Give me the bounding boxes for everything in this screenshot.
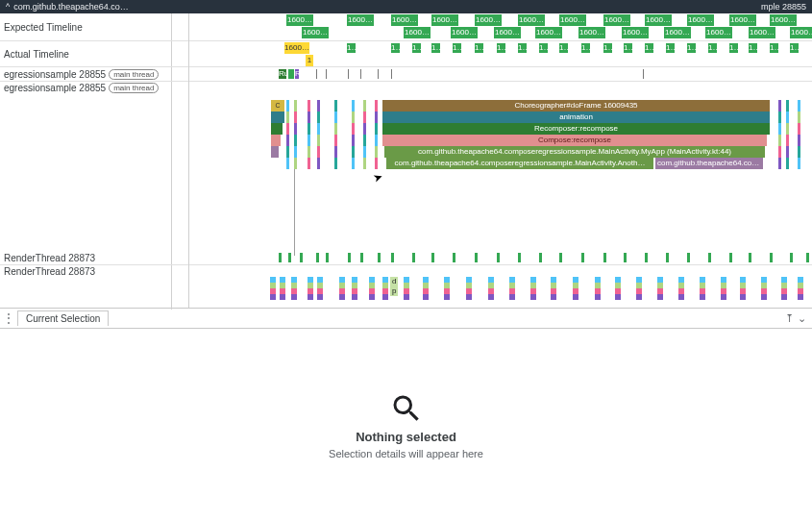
slice-small[interactable]: [352, 158, 355, 169]
renderthread-slice[interactable]: [317, 277, 323, 300]
track-content[interactable]: 1600…1600…1600…1600…1600…1600…1600…1600……: [172, 13, 812, 40]
slice-mainactivity-myapp[interactable]: com.github.theapache64.composeregression…: [384, 146, 765, 158]
actual-frame[interactable]: 1…: [770, 43, 778, 53]
slice-small[interactable]: [375, 100, 378, 112]
slice-small[interactable]: [352, 123, 355, 135]
slice-small[interactable]: [798, 112, 800, 123]
thread-state-slice[interactable]: [391, 69, 392, 79]
thread-state-slice[interactable]: R: [295, 69, 299, 79]
slice-small[interactable]: [308, 146, 310, 158]
slice-small[interactable]: [286, 135, 289, 146]
actual-frame[interactable]: 1…: [431, 43, 440, 53]
thread-state-slice[interactable]: [643, 69, 644, 79]
track-actual-timeline[interactable]: Actual Timeline 1600…11…1…1…1…1…1…1…1…1……: [0, 41, 812, 67]
slice-small[interactable]: [778, 146, 781, 158]
actual-frame[interactable]: 1…: [581, 43, 590, 53]
expected-vsync[interactable]: 1600…: [494, 27, 521, 38]
slice-small[interactable]: [363, 158, 366, 169]
slice-small[interactable]: [271, 112, 284, 123]
actual-frame[interactable]: 1…: [729, 43, 738, 53]
slice-mainactivity-another[interactable]: com.github.theapache64.composeregression…: [386, 158, 653, 169]
slice-small[interactable]: [317, 146, 320, 158]
renderthread-slice[interactable]: [595, 277, 601, 300]
slice-small[interactable]: [317, 100, 320, 112]
slice-small[interactable]: [375, 112, 378, 123]
actual-frame[interactable]: 1…: [666, 43, 675, 53]
actual-frame[interactable]: 1…: [749, 43, 757, 53]
actual-frame[interactable]: 1…: [687, 43, 696, 53]
renderthread-slice[interactable]: [740, 277, 746, 300]
renderthread-slice[interactable]: [530, 277, 536, 300]
expected-vsync[interactable]: 1600…: [535, 27, 562, 38]
slice-small[interactable]: [294, 100, 297, 112]
renderthread-slice[interactable]: [291, 277, 297, 300]
slice-composere[interactable]: com.github.theapache64.composere…: [655, 158, 763, 169]
slice-small[interactable]: [363, 146, 366, 158]
renderthread-slice[interactable]: [423, 277, 429, 300]
expected-vsync[interactable]: 1600…: [770, 14, 797, 26]
slice-small[interactable]: [308, 158, 310, 169]
track-content[interactable]: 1600…11…1…1…1…1…1…1…1…1…1…1…1…1…1…1…1…1……: [172, 41, 812, 66]
actual-frame[interactable]: 1…: [539, 43, 548, 53]
slice-small[interactable]: [363, 112, 366, 123]
actual-frame[interactable]: 1…: [412, 43, 421, 53]
slice-small[interactable]: [308, 112, 310, 123]
renderthread-slice[interactable]: [280, 277, 285, 300]
expected-vsync[interactable]: 1600…: [578, 27, 605, 38]
renderthread-slice[interactable]: [678, 277, 684, 300]
slice-small[interactable]: [271, 146, 279, 158]
slice-small[interactable]: [294, 135, 297, 146]
actual-frame[interactable]: 1…: [708, 43, 717, 53]
slice-small[interactable]: [271, 123, 283, 135]
slice-small[interactable]: [786, 135, 789, 146]
renderthread-slices[interactable]: dp: [163, 275, 812, 304]
slice-small[interactable]: [786, 146, 789, 158]
renderthread-slice-label[interactable]: dp: [390, 277, 398, 296]
slice-small[interactable]: [786, 112, 789, 123]
expected-vsync[interactable]: 1600…: [729, 14, 756, 26]
slice-small[interactable]: [798, 158, 800, 169]
slice-small[interactable]: [334, 112, 337, 123]
actual-frame[interactable]: 1…: [391, 43, 400, 53]
slice-small[interactable]: [375, 158, 378, 169]
slice-small[interactable]: [334, 100, 337, 112]
slice-small[interactable]: [798, 123, 800, 135]
renderthread-slice[interactable]: [488, 277, 494, 300]
renderthread-slice[interactable]: [781, 277, 787, 300]
renderthread-slice[interactable]: [636, 277, 642, 300]
slice-small[interactable]: [778, 112, 781, 123]
actual-frame[interactable]: 1…: [559, 43, 568, 53]
actual-frame[interactable]: 1…: [518, 43, 527, 53]
track-content[interactable]: Ru…R: [172, 67, 812, 81]
expected-vsync[interactable]: 1600…: [749, 27, 775, 38]
slice-small[interactable]: [294, 112, 297, 123]
tab-current-selection[interactable]: Current Selection: [17, 310, 109, 326]
slice-small[interactable]: [352, 112, 355, 123]
slice-small[interactable]: [363, 123, 366, 135]
actual-frame[interactable]: 1…: [475, 43, 483, 53]
slice-small[interactable]: [334, 146, 337, 158]
flame-chart[interactable]: Choreographer#doFrame 16009435 animation…: [163, 98, 812, 261]
thread-state-slice[interactable]: [326, 69, 327, 79]
actual-frame[interactable]: 1…: [453, 43, 461, 53]
slice-small[interactable]: [286, 158, 289, 169]
expected-vsync[interactable]: 1600…: [302, 27, 329, 38]
actual-frame[interactable]: 1…: [497, 43, 505, 53]
slice-small[interactable]: [294, 169, 295, 256]
slice-small[interactable]: [294, 123, 297, 135]
renderthread-slice[interactable]: [721, 277, 726, 300]
expected-vsync[interactable]: 1600…: [622, 27, 649, 38]
actual-frame[interactable]: 1…: [790, 43, 799, 53]
slice-small[interactable]: [286, 100, 289, 112]
kebab-menu-icon[interactable]: ⋮: [0, 311, 17, 325]
slice-small[interactable]: [271, 135, 281, 146]
slice-small[interactable]: [352, 146, 355, 158]
slice-small[interactable]: [308, 100, 310, 112]
slice-small[interactable]: [334, 135, 337, 146]
collapse-caret[interactable]: ^: [6, 2, 10, 12]
expected-vsync[interactable]: 1600…: [347, 14, 374, 26]
slice-small[interactable]: [308, 123, 310, 135]
slice-small[interactable]: [352, 135, 355, 146]
thread-state-slice[interactable]: [378, 69, 379, 79]
expected-vsync[interactable]: 1600…: [645, 14, 672, 26]
